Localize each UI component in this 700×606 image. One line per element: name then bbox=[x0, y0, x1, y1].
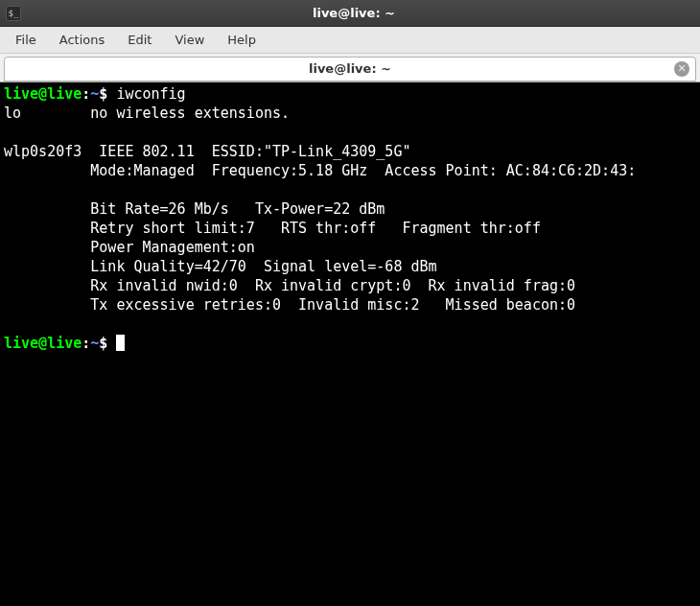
terminal-app-icon: $_ bbox=[6, 6, 21, 21]
menu-file[interactable]: File bbox=[4, 29, 48, 51]
prompt-dollar: $ bbox=[99, 85, 116, 103]
tabbar: live@live: ~ ✕ bbox=[0, 54, 700, 82]
output-line: lo no wireless extensions. bbox=[4, 105, 290, 122]
output-line: wlp0s20f3 IEEE 802.11 ESSID:"TP-Link_430… bbox=[4, 143, 410, 160]
prompt-dollar: $ bbox=[99, 335, 116, 352]
menu-view[interactable]: View bbox=[163, 29, 216, 51]
output-line: Bit Rate=26 Mb/s Tx-Power=22 dBm bbox=[4, 200, 385, 218]
output-line: Link Quality=42/70 Signal level=-68 dBm bbox=[4, 258, 437, 275]
cursor-block bbox=[116, 335, 125, 351]
window-titlebar: $_ live@live: ~ bbox=[0, 0, 700, 27]
output-line: Tx excessive retries:0 Invalid misc:2 Mi… bbox=[4, 296, 575, 314]
terminal-viewport[interactable]: live@live:~$ iwconfig lo no wireless ext… bbox=[0, 82, 700, 606]
output-line: Power Management:on bbox=[4, 239, 255, 256]
tab-terminal-1[interactable]: live@live: ~ ✕ bbox=[4, 57, 696, 82]
prompt-user: live@live bbox=[4, 85, 82, 103]
menu-help[interactable]: Help bbox=[216, 29, 268, 51]
window-title: live@live: ~ bbox=[29, 6, 679, 20]
tab-label: live@live: ~ bbox=[309, 61, 391, 76]
menu-edit[interactable]: Edit bbox=[116, 29, 163, 51]
menu-actions[interactable]: Actions bbox=[48, 29, 117, 51]
prompt-user: live@live bbox=[4, 335, 82, 352]
menubar: File Actions Edit View Help bbox=[0, 27, 700, 54]
output-line: Mode:Managed Frequency:5.18 GHz Access P… bbox=[4, 162, 636, 179]
prompt-path: ~ bbox=[90, 335, 99, 352]
command-text: iwconfig bbox=[116, 85, 185, 103]
output-line: Retry short limit:7 RTS thr:off Fragment… bbox=[4, 220, 541, 237]
prompt-sep: : bbox=[82, 85, 90, 103]
prompt-sep: : bbox=[82, 335, 90, 352]
close-icon[interactable]: ✕ bbox=[674, 61, 689, 77]
output-line: Rx invalid nwid:0 Rx invalid crypt:0 Rx … bbox=[4, 277, 575, 294]
prompt-path: ~ bbox=[90, 85, 99, 103]
